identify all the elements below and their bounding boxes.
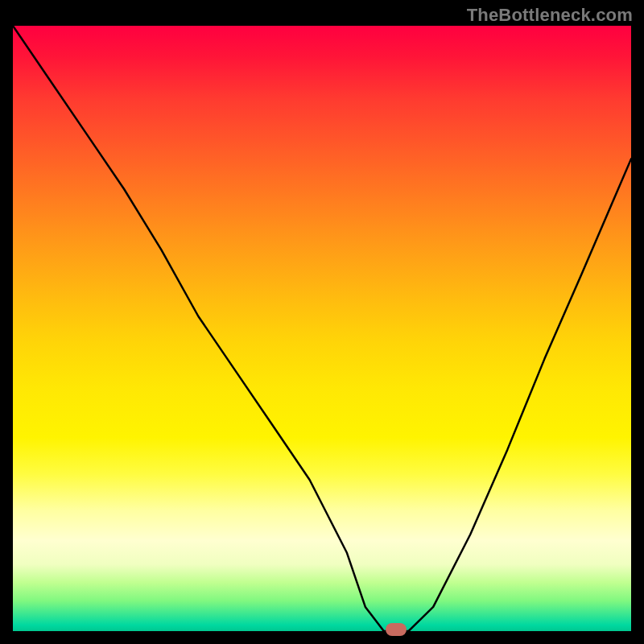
optimal-point-marker [386, 623, 407, 636]
outer-frame: TheBottleneck.com [0, 0, 644, 644]
watermark-text: TheBottleneck.com [467, 5, 633, 26]
bottleneck-curve [13, 26, 631, 631]
